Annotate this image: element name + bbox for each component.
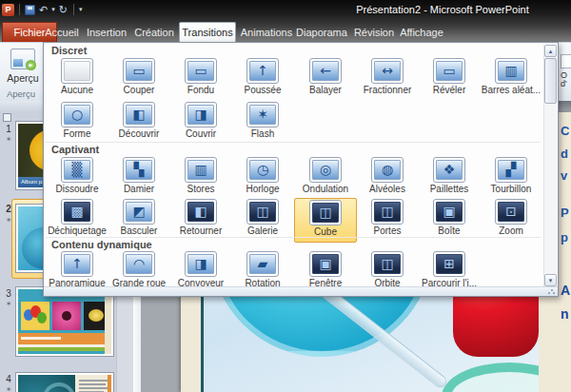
transition-dechiquetage[interactable]: Déchiquetage [47,199,108,241]
slide-3-number: 3 [4,288,13,299]
transition-icon [61,157,93,183]
green-dish-graphic [442,363,539,392]
transition-couvrir[interactable]: Couvrir [170,102,231,144]
transition-icon [185,199,217,225]
title-bar: P ↶ ▾ ↻ ▾ Présentation2 - Microsoft Powe… [0,0,571,42]
resize-grip-icon [548,288,555,294]
tab-diaporama[interactable]: Diaporama [295,22,348,42]
gallery-scrollbar[interactable]: ▲ ▼ [543,45,557,287]
transition-ondulation[interactable]: Ondulation [295,157,356,199]
tab-insertion[interactable]: Insertion [84,22,129,42]
transition-icon [61,251,93,277]
transition-icon [495,58,527,84]
tab-animations[interactable]: Animations [240,22,293,42]
transition-icon [123,199,155,225]
transition-icon [309,251,342,277]
section-title-captivant: Captivant [51,144,99,155]
section-separator [46,237,541,238]
transition-icon [371,251,404,277]
transition-tourbillon[interactable]: Tourbillon [481,157,541,199]
transition-boite[interactable]: Boîte [419,199,480,241]
gallery-resize-bar[interactable] [44,286,558,296]
transition-icon [433,58,465,84]
transition-applied-icon: ✶ [3,216,14,225]
transition-forme[interactable]: Forme [47,102,108,144]
transition-icon [433,199,465,225]
transition-icon [371,157,404,183]
transitions-gallery: Discret Aucune Couper Fondu Poussée Bala… [43,42,559,297]
transition-alveoles[interactable]: Alvéoles [357,157,418,199]
transition-icon [433,157,465,183]
preview-group-label: Aperçu [0,88,42,99]
transition-icon [495,157,527,183]
slide-text-fragment: d [561,147,568,161]
transition-icon [185,251,217,277]
transition-fondu[interactable]: Fondu [170,58,231,100]
transition-icon [246,251,279,277]
transition-icon [123,157,155,183]
undo-button[interactable]: ↶ [38,3,49,16]
transition-fractionner[interactable]: Fractionner [357,58,418,100]
slide-text-fragment: C [561,124,569,138]
slide-text-fragment: A [561,283,570,298]
separator [73,4,74,15]
transition-galerie[interactable]: Galerie [232,199,293,241]
slide-4-number: 4 [4,374,13,384]
quick-access-toolbar: P ↶ ▾ ↻ ▾ [2,2,82,17]
transition-flash[interactable]: Flash [232,102,293,144]
transition-zoom[interactable]: Zoom [481,199,541,241]
transition-icon [246,199,279,225]
powerpoint-icon[interactable]: P [2,4,14,16]
transition-icon [371,199,404,225]
tab-revision[interactable]: Révision [352,22,396,42]
transition-icon [61,102,93,127]
transition-stores[interactable]: Stores [170,157,231,199]
transition-icon [123,58,155,84]
transition-cube-selected[interactable]: Cube [294,198,357,243]
scroll-down-icon[interactable]: ▼ [544,274,557,286]
scroll-up-icon[interactable]: ▲ [544,45,557,57]
transition-applied-icon: ✶ [3,135,14,144]
transition-icon [61,58,93,84]
redo-button[interactable]: ↻ [58,3,69,16]
tab-accueil[interactable]: Accueil [42,22,82,42]
transition-dissoudre[interactable]: Dissoudre [47,157,108,199]
transition-icon [371,58,404,84]
transition-portes[interactable]: Portes [357,199,418,241]
transition-poussee[interactable]: Poussée [232,58,293,100]
transition-balayer[interactable]: Balayer [295,58,356,100]
panel-collapse-icon[interactable] [3,113,11,122]
slide-3-art [18,289,111,354]
transition-icon [309,58,342,84]
tab-affichage[interactable]: Affichage [398,22,445,42]
tab-creation[interactable]: Création [131,22,177,42]
transition-applied-icon: ✶ [3,300,14,308]
slide-4-art [18,375,111,392]
undo-dropdown-icon[interactable]: ▾ [51,6,55,13]
save-button[interactable] [25,5,35,15]
scrollbar-thumb[interactable] [544,58,557,104]
transition-icon [433,251,465,277]
transition-damier[interactable]: Damier [108,157,169,199]
transition-icon [61,199,93,225]
section-separator [46,142,541,143]
transition-icon [246,157,279,183]
transition-reveler[interactable]: Révéler [419,58,480,100]
tab-transitions[interactable]: Transitions [179,22,236,42]
slide-4-thumbnail[interactable] [15,372,114,392]
separator [19,4,20,15]
transition-icon [123,102,155,127]
transition-paillettes[interactable]: Paillettes [419,157,480,199]
transition-couper[interactable]: Couper [108,58,169,100]
transition-decouvrir[interactable]: Découvrir [108,102,169,144]
slide-3-thumbnail[interactable] [15,286,114,357]
customize-qat-icon[interactable]: ▾ [79,6,83,13]
transition-barres-aleatoires[interactable]: Barres aléat... [481,58,541,100]
effect-options-icon[interactable] [561,54,571,69]
transition-basculer[interactable]: Basculer [108,199,169,241]
transition-aucune[interactable]: Aucune [47,58,108,100]
transition-horloge[interactable]: Horloge [232,157,293,199]
transition-retourner[interactable]: Retourner [170,199,231,241]
effect-options-label-fragment: d' [561,79,567,88]
slide-text-fragment: n [561,306,569,322]
